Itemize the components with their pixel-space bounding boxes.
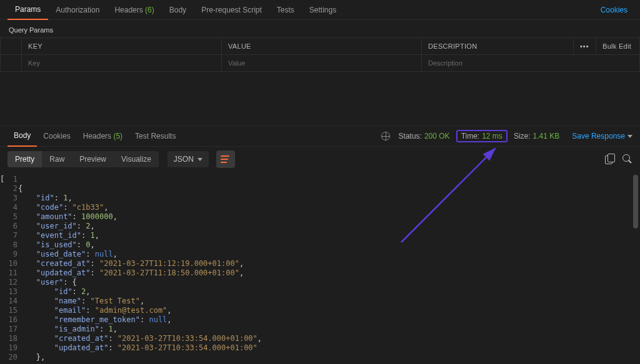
status-pair: Status: 200 OK [399, 132, 450, 140]
resp-tab-body[interactable]: Body [8, 125, 37, 147]
view-tab-pretty[interactable]: Pretty [8, 151, 42, 167]
params-col-value: VALUE [222, 38, 422, 55]
tab-headers-count: (6) [145, 6, 154, 14]
resp-tab-headers[interactable]: Headers (5) [77, 125, 129, 147]
time-label: Time: [461, 132, 480, 140]
view-tab-raw[interactable]: Raw [42, 151, 72, 167]
param-value-input[interactable]: Value [222, 55, 422, 72]
size-value: 1.41 KB [533, 132, 560, 140]
params-col-description: DESCRIPTION [422, 38, 574, 55]
status-label: Status: [399, 132, 422, 140]
copy-icon[interactable] [605, 154, 615, 164]
view-tab-preview[interactable]: Preview [72, 151, 114, 167]
wrap-icon [221, 155, 231, 163]
tab-authorization[interactable]: Authorization [48, 0, 107, 20]
globe-icon[interactable] [381, 132, 390, 140]
size-pair: Size: 1.41 KB [514, 132, 559, 140]
tab-pre-request[interactable]: Pre-request Script [194, 0, 269, 20]
time-value: 12 ms [482, 132, 502, 140]
time-pair: Time: 12 ms [456, 130, 508, 142]
view-tab-visualize[interactable]: Visualize [114, 151, 159, 167]
tab-headers[interactable]: Headers (6) [107, 0, 161, 20]
resp-tab-test-results[interactable]: Test Results [129, 125, 182, 147]
param-key-input[interactable]: Key [22, 55, 222, 72]
tab-params[interactable]: Params [8, 0, 48, 20]
param-description-input[interactable]: Description [422, 55, 640, 72]
tab-settings[interactable]: Settings [302, 0, 344, 20]
chevron-down-icon [628, 135, 632, 138]
wrap-lines-button[interactable] [216, 150, 235, 168]
params-table: KEY VALUE DESCRIPTION ••• Bulk Edit Key … [0, 37, 640, 72]
tab-tests[interactable]: Tests [269, 0, 302, 20]
size-label: Size: [514, 132, 531, 140]
tab-body[interactable]: Body [162, 0, 194, 20]
params-col-checkbox [1, 38, 22, 55]
language-dropdown[interactable]: JSON [168, 151, 209, 167]
cookies-link[interactable]: Cookies [596, 6, 632, 14]
save-response-button[interactable]: Save Response [566, 132, 632, 140]
resp-tab-cookies[interactable]: Cookies [37, 125, 76, 147]
response-tabs: Body Cookies Headers (5) Test Results St… [0, 125, 640, 147]
scrollbar-thumb[interactable] [633, 175, 638, 229]
request-tabs: Params Authorization Headers (6) Body Pr… [0, 0, 640, 20]
resp-tab-headers-label: Headers [83, 132, 111, 140]
status-value: 200 OK [424, 132, 450, 140]
response-view-row: Pretty Raw Preview Visualize JSON [0, 147, 640, 172]
tab-headers-label: Headers [114, 6, 142, 14]
query-params-label: Query Params [0, 20, 640, 37]
params-col-key: KEY [22, 38, 222, 55]
search-icon[interactable] [622, 154, 632, 164]
response-body-code[interactable]: 1 2 3 4 5 6 7 8 9 10 11 12 13 14 15 16 1… [0, 175, 640, 364]
resp-tab-headers-count: (5) [113, 132, 122, 140]
params-row-empty: Key Value Description [1, 55, 640, 72]
view-mode-tabs: Pretty Raw Preview Visualize [8, 151, 159, 167]
bulk-edit-button[interactable]: Bulk Edit [596, 38, 640, 55]
params-col-more-icon[interactable]: ••• [574, 38, 596, 55]
chevron-down-icon [198, 158, 202, 161]
